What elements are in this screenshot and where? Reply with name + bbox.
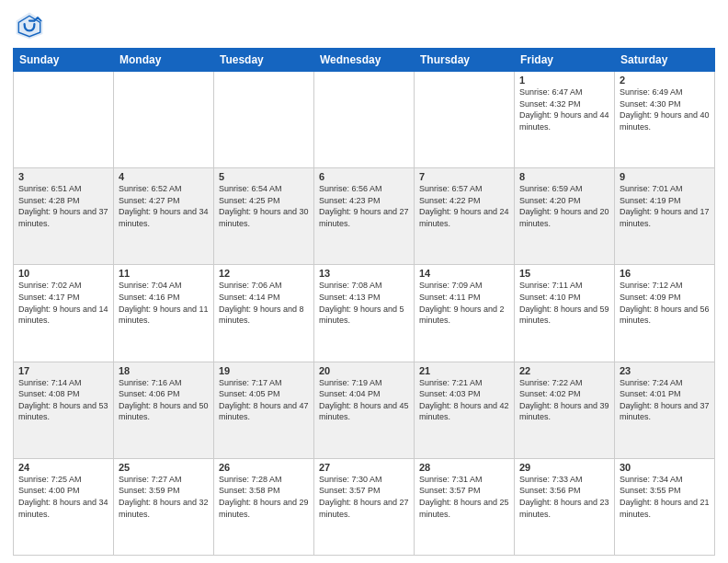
calendar-cell [14,72,114,168]
calendar-cell: 28Sunrise: 7:31 AM Sunset: 3:57 PM Dayli… [415,458,515,555]
calendar-cell: 3Sunrise: 6:51 AM Sunset: 4:28 PM Daylig… [14,168,114,265]
header [13,9,715,42]
day-number: 16 [620,268,710,279]
day-info: Sunrise: 7:24 AM Sunset: 4:01 PM Dayligh… [620,377,710,423]
day-number: 2 [620,75,710,86]
day-info: Sunrise: 6:56 AM Sunset: 4:23 PM Dayligh… [319,183,409,229]
day-info: Sunrise: 7:33 AM Sunset: 3:56 PM Dayligh… [519,474,609,520]
calendar-cell: 12Sunrise: 7:06 AM Sunset: 4:14 PM Dayli… [214,265,314,362]
day-info: Sunrise: 7:01 AM Sunset: 4:19 PM Dayligh… [620,183,710,229]
day-number: 24 [18,462,108,473]
calendar-cell [314,72,415,168]
day-info: Sunrise: 7:27 AM Sunset: 3:59 PM Dayligh… [119,474,209,520]
day-number: 3 [18,171,108,182]
calendar-cell [214,72,314,168]
day-number: 28 [419,462,509,473]
logo-icon [13,9,46,42]
day-info: Sunrise: 7:04 AM Sunset: 4:16 PM Dayligh… [119,280,209,326]
calendar-cell: 11Sunrise: 7:04 AM Sunset: 4:16 PM Dayli… [114,265,214,362]
calendar-week-5: 24Sunrise: 7:25 AM Sunset: 4:00 PM Dayli… [14,458,715,555]
day-number: 1 [519,75,609,86]
day-info: Sunrise: 7:22 AM Sunset: 4:02 PM Dayligh… [519,377,609,423]
day-info: Sunrise: 7:11 AM Sunset: 4:10 PM Dayligh… [519,280,609,326]
col-saturday: Saturday [615,49,715,72]
calendar-cell: 16Sunrise: 7:12 AM Sunset: 4:09 PM Dayli… [615,265,715,362]
page-container: Sunday Monday Tuesday Wednesday Thursday… [0,0,728,563]
day-number: 27 [319,462,409,473]
col-sunday: Sunday [14,49,114,72]
day-info: Sunrise: 7:28 AM Sunset: 3:58 PM Dayligh… [219,474,309,520]
calendar-cell: 25Sunrise: 7:27 AM Sunset: 3:59 PM Dayli… [114,458,214,555]
calendar-cell: 5Sunrise: 6:54 AM Sunset: 4:25 PM Daylig… [214,168,314,265]
day-info: Sunrise: 7:09 AM Sunset: 4:11 PM Dayligh… [419,280,509,326]
day-number: 19 [219,365,309,376]
calendar-cell: 27Sunrise: 7:30 AM Sunset: 3:57 PM Dayli… [314,458,415,555]
day-number: 30 [620,462,710,473]
calendar-cell: 1Sunrise: 6:47 AM Sunset: 4:32 PM Daylig… [515,72,615,168]
day-number: 15 [519,268,609,279]
day-info: Sunrise: 7:21 AM Sunset: 4:03 PM Dayligh… [419,377,509,423]
calendar-cell: 9Sunrise: 7:01 AM Sunset: 4:19 PM Daylig… [615,168,715,265]
day-info: Sunrise: 6:51 AM Sunset: 4:28 PM Dayligh… [18,183,108,229]
calendar-cell: 2Sunrise: 6:49 AM Sunset: 4:30 PM Daylig… [615,72,715,168]
day-number: 26 [219,462,309,473]
day-number: 10 [18,268,108,279]
header-row: Sunday Monday Tuesday Wednesday Thursday… [14,49,715,72]
day-number: 7 [419,171,509,182]
calendar-cell: 18Sunrise: 7:16 AM Sunset: 4:06 PM Dayli… [114,362,214,458]
calendar-cell: 19Sunrise: 7:17 AM Sunset: 4:05 PM Dayli… [214,362,314,458]
day-info: Sunrise: 7:34 AM Sunset: 3:55 PM Dayligh… [620,474,710,520]
calendar-table: Sunday Monday Tuesday Wednesday Thursday… [13,48,715,556]
col-monday: Monday [114,49,214,72]
calendar-cell: 10Sunrise: 7:02 AM Sunset: 4:17 PM Dayli… [14,265,114,362]
day-number: 23 [620,365,710,376]
calendar-cell [415,72,515,168]
calendar-cell: 6Sunrise: 6:56 AM Sunset: 4:23 PM Daylig… [314,168,415,265]
day-number: 11 [119,268,209,279]
calendar-week-4: 17Sunrise: 7:14 AM Sunset: 4:08 PM Dayli… [14,362,715,458]
day-info: Sunrise: 6:47 AM Sunset: 4:32 PM Dayligh… [519,86,609,132]
calendar-cell: 29Sunrise: 7:33 AM Sunset: 3:56 PM Dayli… [515,458,615,555]
day-number: 9 [620,171,710,182]
calendar-week-2: 3Sunrise: 6:51 AM Sunset: 4:28 PM Daylig… [14,168,715,265]
day-info: Sunrise: 7:25 AM Sunset: 4:00 PM Dayligh… [18,474,108,520]
calendar-cell: 26Sunrise: 7:28 AM Sunset: 3:58 PM Dayli… [214,458,314,555]
calendar-cell: 4Sunrise: 6:52 AM Sunset: 4:27 PM Daylig… [114,168,214,265]
day-info: Sunrise: 7:19 AM Sunset: 4:04 PM Dayligh… [319,377,409,423]
calendar-cell: 30Sunrise: 7:34 AM Sunset: 3:55 PM Dayli… [615,458,715,555]
day-number: 4 [119,171,209,182]
day-number: 18 [119,365,209,376]
day-number: 25 [119,462,209,473]
day-info: Sunrise: 7:06 AM Sunset: 4:14 PM Dayligh… [219,280,309,326]
day-info: Sunrise: 6:52 AM Sunset: 4:27 PM Dayligh… [119,183,209,229]
day-info: Sunrise: 6:54 AM Sunset: 4:25 PM Dayligh… [219,183,309,229]
calendar-cell: 13Sunrise: 7:08 AM Sunset: 4:13 PM Dayli… [314,265,415,362]
day-info: Sunrise: 7:08 AM Sunset: 4:13 PM Dayligh… [319,280,409,326]
day-info: Sunrise: 7:02 AM Sunset: 4:17 PM Dayligh… [18,280,108,326]
col-wednesday: Wednesday [314,49,415,72]
calendar-cell: 22Sunrise: 7:22 AM Sunset: 4:02 PM Dayli… [515,362,615,458]
calendar-cell: 20Sunrise: 7:19 AM Sunset: 4:04 PM Dayli… [314,362,415,458]
day-info: Sunrise: 7:17 AM Sunset: 4:05 PM Dayligh… [219,377,309,423]
day-number: 21 [419,365,509,376]
day-number: 17 [18,365,108,376]
day-number: 13 [319,268,409,279]
day-info: Sunrise: 7:30 AM Sunset: 3:57 PM Dayligh… [319,474,409,520]
day-info: Sunrise: 6:59 AM Sunset: 4:20 PM Dayligh… [519,183,609,229]
day-info: Sunrise: 7:12 AM Sunset: 4:09 PM Dayligh… [620,280,710,326]
calendar-cell: 14Sunrise: 7:09 AM Sunset: 4:11 PM Dayli… [415,265,515,362]
day-number: 8 [519,171,609,182]
calendar-cell: 21Sunrise: 7:21 AM Sunset: 4:03 PM Dayli… [415,362,515,458]
day-info: Sunrise: 6:57 AM Sunset: 4:22 PM Dayligh… [419,183,509,229]
calendar-cell: 23Sunrise: 7:24 AM Sunset: 4:01 PM Dayli… [615,362,715,458]
day-number: 29 [519,462,609,473]
day-info: Sunrise: 7:14 AM Sunset: 4:08 PM Dayligh… [18,377,108,423]
calendar-week-1: 1Sunrise: 6:47 AM Sunset: 4:32 PM Daylig… [14,72,715,168]
calendar-cell: 17Sunrise: 7:14 AM Sunset: 4:08 PM Dayli… [14,362,114,458]
col-thursday: Thursday [415,49,515,72]
day-number: 6 [319,171,409,182]
day-number: 12 [219,268,309,279]
day-info: Sunrise: 7:31 AM Sunset: 3:57 PM Dayligh… [419,474,509,520]
day-number: 14 [419,268,509,279]
calendar-cell: 7Sunrise: 6:57 AM Sunset: 4:22 PM Daylig… [415,168,515,265]
